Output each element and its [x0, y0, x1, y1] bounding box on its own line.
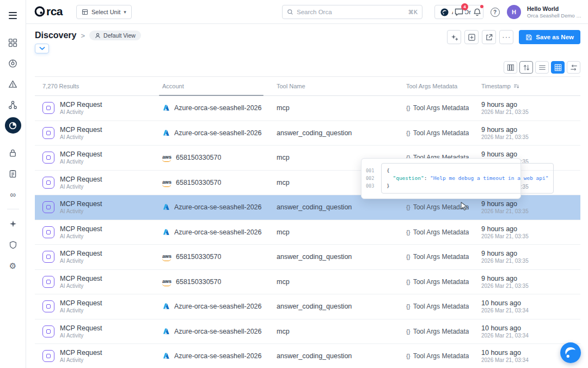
view-toggle-table[interactable]	[551, 61, 565, 74]
filters-collapse-toggle[interactable]	[35, 44, 49, 53]
request-title: MCP Request	[60, 225, 102, 233]
time-relative: 9 hours ago	[481, 126, 529, 134]
table-row[interactable]: MCP Request AI Activity aws Azure-orca-s…	[35, 220, 580, 245]
request-title: MCP Request	[60, 324, 102, 332]
search-icon	[287, 9, 293, 15]
view-toggle-columns[interactable]	[504, 61, 517, 74]
notifications-button[interactable]	[471, 6, 483, 18]
request-type-cell: MCP Request AI Activity	[35, 275, 158, 289]
sidebar-item-security[interactable]	[5, 144, 21, 161]
request-type-cell: MCP Request AI Activity	[35, 126, 158, 140]
column-header-tool-args[interactable]: Tool Args Metadata	[402, 77, 477, 95]
column-header-tool-name[interactable]: Tool Name	[272, 77, 402, 95]
table-row[interactable]: MCP Request AI Activity aws 658150330570…	[35, 245, 580, 270]
table-row[interactable]: MCP Request AI Activity aws Azure-orca-s…	[35, 96, 580, 121]
tool-args-cell[interactable]: {} Tool Args Metadata	[402, 253, 477, 261]
unit-icon	[82, 9, 88, 15]
azure-icon	[162, 228, 170, 236]
lock-icon	[8, 148, 17, 158]
account-cell: aws Azure-orca-se-seashell-2026	[158, 352, 272, 360]
tool-name-cell: mcp	[272, 278, 402, 286]
tool-args-cell[interactable]: {} Tool Args Metadata	[402, 352, 477, 360]
default-view-pill[interactable]: Default View	[89, 31, 141, 40]
view-toggle-flow[interactable]	[567, 61, 580, 74]
select-unit-dropdown[interactable]: Select Unit ▾	[76, 5, 132, 19]
page-title: Discovery	[35, 31, 77, 40]
mcp-request-icon	[42, 102, 54, 114]
sidebar-item-shield[interactable]	[5, 237, 21, 253]
add-widget-button[interactable]	[464, 30, 479, 44]
save-as-new-button[interactable]: Save as New	[519, 30, 580, 44]
tool-name: mcp	[277, 179, 290, 186]
time-relative: 9 hours ago	[481, 225, 529, 233]
table-row[interactable]: MCP Request AI Activity aws Azure-orca-s…	[35, 294, 580, 319]
timestamp-cell: 9 hours ago 2026 Mar 21, 03:35	[477, 200, 580, 214]
time-relative: 10 hours ago	[481, 349, 529, 357]
table-row[interactable]: MCP Request AI Activity aws Azure-orca-s…	[35, 121, 580, 146]
request-subtitle: AI Activity	[60, 283, 102, 289]
account-name: Azure-orca-se-seashell-2026	[174, 129, 262, 137]
request-type-cell: MCP Request AI Activity	[35, 250, 158, 264]
sparkle-icon	[9, 220, 17, 228]
view-toggle-sort[interactable]	[519, 61, 533, 74]
sidebar-item-settings[interactable]: ⚙	[5, 257, 21, 274]
request-title: MCP Request	[60, 126, 102, 134]
braces-icon: {}	[406, 254, 411, 260]
sidebar-item-ai[interactable]	[5, 216, 21, 232]
more-options-button[interactable]: ···	[499, 30, 513, 44]
column-header-timestamp[interactable]: Timestamp	[477, 77, 580, 95]
table-row[interactable]: MCP Request AI Activity aws Azure-orca-s…	[35, 344, 580, 368]
table-row[interactable]: MCP Request AI Activity aws 658150330570…	[35, 270, 580, 295]
tool-name-cell: mcp	[272, 328, 402, 335]
results-table: 7,270 Results Account Tool Name Tool Arg…	[35, 76, 580, 368]
infinity-icon: ∞	[10, 190, 16, 198]
tool-args-cell[interactable]: {} Tool Args Metadata	[402, 278, 477, 286]
tool-name: mcp	[277, 278, 290, 286]
alert-triangle-icon	[8, 80, 17, 89]
sidebar-item-risk[interactable]	[5, 55, 21, 71]
request-subtitle: AI Activity	[60, 159, 102, 165]
ai-enrich-button[interactable]	[447, 30, 461, 44]
tool-name-cell: answer_coding_question	[272, 203, 402, 211]
tool-args-cell[interactable]: {} Tool Args Metadata	[402, 328, 477, 335]
sidebar-item-alerts[interactable]	[5, 76, 21, 92]
tool-args-cell[interactable]: {} Tool Args Metadata	[402, 203, 477, 211]
braces-icon: {}	[406, 105, 411, 111]
save-as-new-label: Save as New	[536, 34, 574, 40]
request-subtitle: AI Activity	[60, 307, 102, 313]
assets-graph-icon	[8, 100, 17, 110]
mcp-request-icon	[42, 127, 54, 139]
chat-button[interactable]: 4	[453, 6, 465, 18]
orca-fab-button[interactable]	[560, 342, 581, 363]
sidebar-item-cicd[interactable]: ∞	[5, 186, 21, 202]
column-header-account[interactable]: Account	[158, 77, 272, 95]
avatar[interactable]: H	[507, 5, 521, 19]
view-toggle-list[interactable]	[535, 61, 549, 74]
help-button[interactable]: ?	[489, 6, 501, 18]
request-title: MCP Request	[60, 101, 102, 108]
table-body: MCP Request AI Activity aws Azure-orca-s…	[35, 96, 580, 368]
mcp-request-icon	[42, 350, 54, 362]
user-view-icon	[95, 33, 101, 39]
sidebar-item-assets[interactable]	[5, 96, 21, 113]
topbar-right-cluster: 4 ? H Hello World Orca Seashell Demo U..…	[453, 0, 584, 24]
menu-button[interactable]	[5, 7, 21, 23]
tool-name: answer_coding_question	[277, 203, 352, 211]
tool-args-cell[interactable]: {} Tool Args Metadata	[402, 303, 477, 310]
sidebar-item-compliance[interactable]	[5, 165, 21, 182]
tool-args-cell[interactable]: {} Tool Args Metadata	[402, 104, 477, 112]
sidebar-item-dashboard[interactable]	[5, 34, 21, 51]
export-button[interactable]	[482, 30, 496, 44]
account-cell: aws Azure-orca-se-seashell-2026	[158, 303, 272, 310]
sidebar-item-discovery[interactable]	[5, 117, 21, 134]
chevron-down-icon	[39, 46, 45, 51]
table-row[interactable]: MCP Request AI Activity aws Azure-orca-s…	[35, 319, 580, 345]
account-cell: aws Azure-orca-se-seashell-2026	[158, 129, 272, 137]
global-search[interactable]: ⌘K	[282, 5, 422, 19]
user-info: Hello World Orca Seashell Demo U...	[527, 5, 584, 19]
tool-args-cell[interactable]: {} Tool Args Metadata	[402, 228, 477, 236]
search-input[interactable]	[297, 9, 405, 15]
tool-args-cell[interactable]: {} Tool Args Metadata	[402, 129, 477, 137]
timestamp-cell: 9 hours ago 2026 Mar 21, 03:35	[477, 225, 580, 239]
request-type-cell: MCP Request AI Activity	[35, 324, 158, 339]
